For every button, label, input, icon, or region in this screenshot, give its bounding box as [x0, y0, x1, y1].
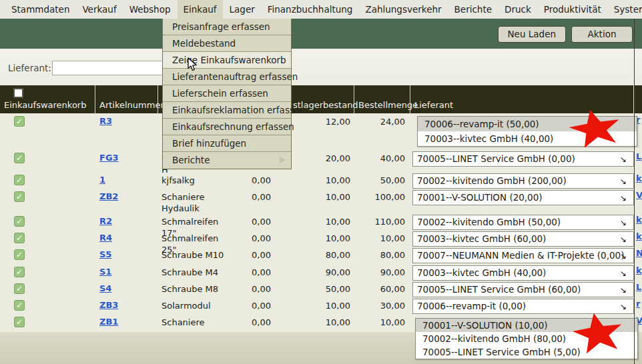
supplier-select[interactable]: 70003--kivtec GmbH (60,00)↘ [412, 231, 634, 247]
clipped-next-column-text: V [636, 190, 642, 200]
menubar-item-webshop[interactable]: Webshop [123, 0, 177, 19]
supplier-select[interactable]: 70002--kivitendo GmbH (200,00)↘ [412, 173, 634, 189]
min-stock-value: 0,00 [234, 217, 271, 227]
supplier-select-value: 70005--LINET Service GmbH (0,00) [417, 153, 575, 164]
aktion-button[interactable]: Aktion [571, 26, 633, 43]
menubar-item-finanzbuchhaltung[interactable]: Finanzbuchhaltung [262, 0, 359, 19]
order-quantity-value: 110,00 [357, 217, 405, 227]
row-checkbox[interactable]: ✓ [14, 116, 25, 127]
menubar-item-lager[interactable]: Lager [224, 0, 261, 19]
menubar-item-system[interactable]: System [608, 0, 642, 19]
row-checkbox[interactable]: ✓ [14, 153, 25, 163]
article-number-link[interactable]: S5 [98, 249, 111, 259]
menu-item-meldebestand[interactable]: Meldebestand [163, 35, 291, 52]
supplier-select[interactable]: 70002--kivitendo GmbH (50,00)↘ [412, 215, 634, 230]
select-all-checkbox[interactable] [13, 88, 23, 98]
supplier-select[interactable]: 70001--V-SOLUTION (20,00)↘ [412, 190, 634, 205]
menubar-item-verkauf[interactable]: Verkauf [76, 0, 122, 19]
header-clipped-column [634, 85, 642, 113]
select-dropdown-arrow-icon: ↘ [620, 267, 627, 281]
menu-item-brief-hinzufügen[interactable]: Brief hinzufügen [163, 135, 291, 152]
article-number-link[interactable]: ZB3 [98, 300, 118, 310]
row-checkbox[interactable]: ✓ [14, 175, 25, 185]
supplier-select-value: 70002--kivitendo GmbH (50,00) [417, 217, 561, 227]
article-number-link[interactable]: R4 [98, 233, 112, 243]
row-checkbox[interactable]: ✓ [14, 317, 25, 327]
order-quantity-value: 24,00 [357, 117, 405, 127]
clipped-next-column-text: N [636, 248, 642, 258]
table-row: ✓S1Schraube M40,0090,0090,0070003--kivte… [0, 264, 642, 281]
menu-item-preisanfrage-erfassen[interactable]: Preisanfrage erfassen [163, 19, 291, 35]
supplier-select-value: 70005--LINET Service GmbH (60,00) [417, 284, 581, 295]
menubar-item-druck[interactable]: Druck [499, 0, 537, 19]
article-number-link[interactable]: ZB1 [98, 317, 118, 327]
table-row: ✓R2Schmalreifen 17"0,0010,00110,0070002-… [0, 213, 642, 230]
app-window: StammdatenVerkaufWebshopEinkaufLagerFina… [0, 0, 642, 364]
supplier-select[interactable]: 70005--LINET Service GmbH (0,00)↘ [412, 151, 634, 167]
supplier-select-value: 70007--NEUMANN Medien & IT-Projekte (0,0… [417, 250, 624, 261]
neu-laden-button[interactable]: Neu Laden [498, 26, 566, 43]
select-dropdown-arrow-icon: ↘ [620, 233, 627, 247]
menu-item-label: Einkaufsreklamation erfassen [172, 105, 306, 115]
table-body: ✓R3E12,0024,0070006--revamp-it (50,00)70… [0, 113, 642, 332]
table-row: ✓ZB2Schaniere Hydaulik0,0010,00100,00700… [0, 189, 642, 213]
menu-item-label: Einkaufsrechnung erfassen [172, 121, 294, 132]
menu-item-berichte[interactable]: Berichte [163, 152, 291, 169]
supplier-select-value: 70001--V-SOLUTION (20,00) [417, 192, 543, 203]
supplier-filter-input[interactable] [52, 61, 164, 75]
row-checkbox[interactable]: ✓ [14, 216, 25, 227]
menubar-item-produktivität[interactable]: Produktivität [538, 0, 607, 19]
article-number-link[interactable]: S4 [98, 283, 111, 293]
supplier-select[interactable]: 70005--LINET Service GmbH (60,00)↘ [412, 282, 634, 297]
annotation-star-bottom [573, 312, 623, 353]
article-number-link[interactable]: R3 [98, 116, 112, 126]
menu-item-label: Lieferschein erfassen [172, 88, 268, 99]
menu-item-lieferantenauftrag-erfassen[interactable]: Lieferantenauftrag erfassen [163, 69, 291, 85]
clipped-next-column-text: k [636, 173, 642, 183]
action-bar: Neu LadenAktion [0, 19, 642, 49]
current-stock-value: 10,00 [283, 233, 350, 243]
header-basket: Einkaufswarenkorb [0, 85, 95, 113]
purchase-basket-table: Einkaufswarenkorb Artikelnummer stlagerb… [0, 85, 642, 332]
current-stock-value: 10,00 [283, 175, 350, 185]
article-number-link[interactable]: FG3 [98, 153, 119, 163]
row-checkbox[interactable]: ✓ [14, 300, 25, 311]
supplier-select-value: 70003--kivtec GmbH (60,00) [417, 233, 546, 244]
row-checkbox[interactable]: ✓ [14, 249, 25, 260]
menubar-item-zahlungsverkehr[interactable]: Zahlungsverkehr [359, 0, 447, 19]
menu-item-label: Meldebestand [172, 38, 236, 49]
header-bestellmenge: Bestellmenge [354, 85, 410, 113]
order-quantity-value: 100,00 [357, 192, 405, 202]
menubar-item-einkauf[interactable]: Einkauf [178, 0, 223, 19]
min-stock-value: 0,00 [234, 250, 271, 260]
menu-item-lieferschein-erfassen[interactable]: Lieferschein erfassen [163, 85, 291, 102]
article-description: Schraube M10 [161, 249, 229, 261]
row-checkbox[interactable]: ✓ [14, 233, 25, 243]
menubar-item-berichte[interactable]: Berichte [448, 0, 498, 19]
table-row: ✓1kjfsalkg0,0010,0050,0070002--kivitendo… [0, 172, 642, 189]
row-checkbox[interactable]: ✓ [14, 267, 25, 277]
row-checkbox[interactable]: ✓ [14, 283, 25, 294]
article-description: Solarmodul [161, 300, 229, 311]
supplier-select[interactable]: 70003--kivtec GmbH (40,00)↘ [412, 265, 634, 281]
article-number-link[interactable]: 1 [98, 175, 105, 185]
clipped-next-column-text: L [636, 151, 641, 161]
menu-item-label: Berichte [172, 155, 210, 165]
order-quantity-value: 50,00 [357, 175, 405, 185]
submenu-arrow-icon [280, 157, 286, 163]
article-number-link[interactable]: S1 [98, 267, 111, 277]
current-stock-value: 10,00 [283, 317, 350, 327]
menu-item-einkaufsrechnung-erfassen[interactable]: Einkaufsrechnung erfassen [163, 119, 291, 135]
current-stock-value: 20,00 [283, 153, 350, 163]
article-number-link[interactable]: ZB2 [98, 191, 118, 201]
article-number-link[interactable]: R2 [98, 216, 112, 226]
supplier-select[interactable]: 70007--NEUMANN Medien & IT-Projekte (0,0… [412, 248, 634, 263]
menu-item-einkaufsreklamation-erfassen[interactable]: Einkaufsreklamation erfassen [163, 102, 291, 119]
order-quantity-value: 10,00 [357, 233, 405, 243]
row-checkbox[interactable]: ✓ [14, 191, 25, 202]
header-basket-label: Einkaufswarenkorb [3, 100, 92, 112]
menu-item-label: Lieferantenauftrag erfassen [172, 71, 298, 82]
menubar-item-stammdaten[interactable]: Stammdaten [5, 0, 75, 19]
menu-item-zeige-einkaufswarenkorb[interactable]: Zeige Einkaufswarenkorb [163, 52, 291, 69]
order-quantity-value: 60,00 [357, 284, 405, 294]
